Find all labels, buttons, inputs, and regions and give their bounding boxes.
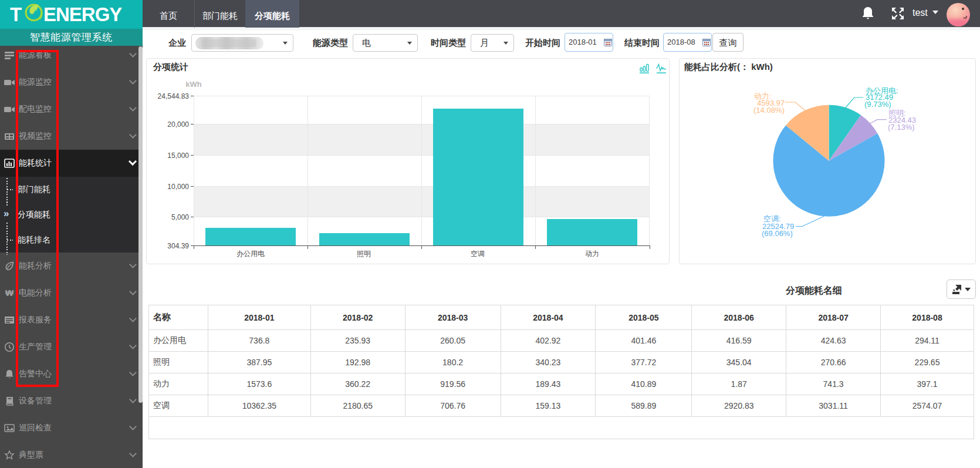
svg-text:T: T <box>10 4 22 25</box>
svg-text:ENERGY: ENERGY <box>43 4 122 25</box>
